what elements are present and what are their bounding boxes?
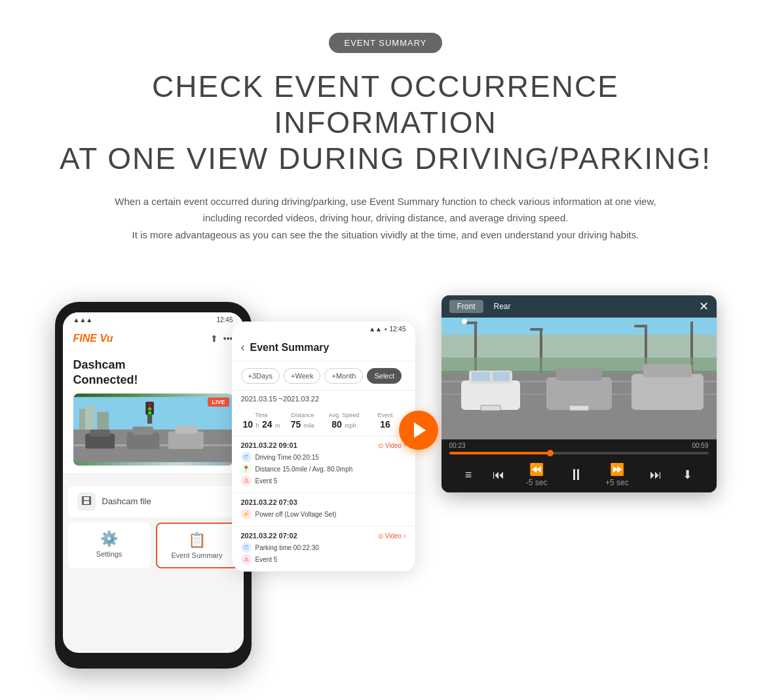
download-btn[interactable]: ⬇ <box>683 468 692 482</box>
filter-week-btn[interactable]: +Week <box>284 368 320 384</box>
stat-speed: Avg. Speed 80 mph <box>324 412 365 430</box>
svg-rect-3 <box>97 412 109 433</box>
video-link-3[interactable]: ⊙ Video › <box>378 532 406 540</box>
play-button[interactable] <box>399 411 438 450</box>
video-icon-3: ⊙ <box>378 532 383 540</box>
dashcam-file-label: Dashcam file <box>102 496 151 506</box>
subtitle: When a certain event occurred during dri… <box>58 193 713 244</box>
svg-rect-11 <box>175 426 197 434</box>
progress-times: 00:23 00:59 <box>449 442 709 449</box>
content-area: ▲▲▲ 12:45 FINE Vu ⬆ ••• DashcamConnected… <box>0 282 771 675</box>
pause-icon: ⏸ <box>569 466 584 484</box>
progress-track[interactable] <box>449 452 709 454</box>
video-controls: ≡ ⏮ ⏪ -5 sec ⏸ ⏩ +5 sec ⏭ ⬇ <box>442 457 717 492</box>
phone-screen: ▲▲▲ 12:45 FINE Vu ⬆ ••• DashcamConnected… <box>63 312 244 653</box>
film-icon: 🎞 <box>77 492 96 511</box>
video-progress-bar: 00:23 00:59 <box>442 439 717 457</box>
video-link-1[interactable]: ⊙ Video › <box>378 442 406 449</box>
stat-distance: Distance 75 mile <box>282 412 324 430</box>
filter-select-btn[interactable]: Select <box>367 368 402 384</box>
svg-rect-29 <box>530 328 543 331</box>
forward-label: +5 sec <box>605 478 629 487</box>
event-summary-label: Event Summary <box>171 551 222 559</box>
main-title: CHECK EVENT OCCURRENCE INFORMATION AT ON… <box>39 69 732 177</box>
power-off-icon: ⚡ <box>241 509 252 519</box>
svg-rect-10 <box>168 432 203 449</box>
event-detail-power-off: ⚡ Power off (Low Voltage Set) <box>241 509 406 519</box>
dashcam-title: DashcamConnected! <box>73 358 233 388</box>
svg-point-27 <box>462 319 467 324</box>
app-screen: ▲▲ ▪ 12:45 ‹ Event Summary +3Days +Week … <box>232 322 415 572</box>
tab-rear[interactable]: Rear <box>486 300 519 313</box>
play-triangle-icon <box>414 422 426 438</box>
pause-btn[interactable]: ⏸ <box>569 466 584 484</box>
event-detail-count-3: ⚠ Event 5 <box>241 554 406 564</box>
prev-btn[interactable]: ⏮ <box>493 468 504 482</box>
upload-icon: ⬆ <box>210 333 218 344</box>
dashcam-live-view: LIVE <box>73 394 233 466</box>
event-entry-2: 2021.03.22 07:03 ⚡ Power off (Low Voltag… <box>232 493 415 526</box>
distance-icon: 📍 <box>241 464 252 474</box>
phone-status-bar: ▲▲▲ 12:45 <box>63 312 244 327</box>
event-count-icon-1: ⚠ <box>241 475 252 486</box>
rewind-label: -5 sec <box>526 478 548 487</box>
current-time: 00:23 <box>449 442 466 449</box>
svg-rect-41 <box>643 364 692 377</box>
event-detail-driving-time: ⏱ Driving Time 00:20:15 <box>241 452 406 462</box>
settings-label: Settings <box>96 550 122 558</box>
dashcam-file-menu-item[interactable]: 🎞 Dashcam file <box>68 486 238 517</box>
forward-icon: ⏩ <box>610 462 624 477</box>
chevron-right-3: › <box>404 532 405 540</box>
filter-month-btn[interactable]: +Month <box>324 368 363 384</box>
menu-icon: ≡ <box>465 468 472 482</box>
filter-bar: +3Days +Week +Month Select <box>232 361 415 391</box>
phone-menu-grid: ⚙️ Settings 📋 Event Summary <box>68 523 238 568</box>
rewind-icon: ⏪ <box>529 462 544 477</box>
tab-front[interactable]: Front <box>449 300 483 313</box>
event-time-3: 2021.03.22 07:02 <box>241 532 297 540</box>
filter-3days-btn[interactable]: +3Days <box>241 368 280 384</box>
close-button[interactable]: ✕ <box>699 299 709 314</box>
svg-point-15 <box>147 407 151 411</box>
app-battery-icon: ▪ <box>385 325 387 333</box>
svg-point-14 <box>147 403 151 406</box>
video-player: Front Rear ✕ <box>442 295 717 492</box>
svg-rect-31 <box>634 325 647 327</box>
event-summary-icon: 📋 <box>188 532 206 549</box>
video-icon-1: ⊙ <box>378 442 383 449</box>
svg-rect-9 <box>132 426 153 435</box>
next-btn[interactable]: ⏭ <box>650 468 662 482</box>
video-top-bar: Front Rear ✕ <box>442 295 717 318</box>
back-arrow-icon[interactable]: ‹ <box>241 341 245 354</box>
footer-note: * You can use this function by connectin… <box>0 675 771 700</box>
settings-icon: ⚙️ <box>100 530 118 547</box>
app-title: Event Summary <box>250 342 329 354</box>
next-icon: ⏭ <box>650 468 662 482</box>
app-header: ‹ Event Summary <box>232 337 415 361</box>
event-detail-parking-time: ⏱ Parking time 00:22:30 <box>241 542 406 553</box>
event-count-icon-3: ⚠ <box>241 554 252 564</box>
phone-header-icons: ⬆ ••• <box>210 333 233 344</box>
stat-time: Time 10 h 24 m <box>241 412 282 430</box>
app-status-bar: ▲▲ ▪ 12:45 <box>232 322 415 337</box>
view-tabs: Front Rear <box>449 300 519 313</box>
phone-menu: 🎞 Dashcam file ⚙️ Settings 📋 Event Summa… <box>63 479 244 575</box>
svg-rect-40 <box>631 374 704 410</box>
menu-control-btn[interactable]: ≡ <box>465 468 472 482</box>
download-icon: ⬇ <box>683 468 692 482</box>
stats-row: Time 10 h 24 m Distance 75 mile <box>232 407 415 436</box>
date-range: 2021.03.15 ~2021.03.22 <box>232 391 415 407</box>
event-summary-menu-item[interactable]: 📋 Event Summary <box>156 523 238 568</box>
phone-mockup: ▲▲▲ 12:45 FINE Vu ⬆ ••• DashcamConnected… <box>55 302 252 669</box>
rewind-btn[interactable]: ⏪ -5 sec <box>526 462 548 487</box>
app-screen-wrapper: ▲▲ ▪ 12:45 ‹ Event Summary +3Days +Week … <box>252 289 415 572</box>
settings-menu-item[interactable]: ⚙️ Settings <box>68 523 151 568</box>
forward-btn[interactable]: ⏩ +5 sec <box>605 462 629 487</box>
finevu-logo: FINE Vu <box>73 333 113 344</box>
svg-point-16 <box>147 411 151 414</box>
progress-fill <box>449 452 550 454</box>
header-section: EVENT SUMMARY CHECK EVENT OCCURRENCE INF… <box>0 0 771 282</box>
svg-rect-39 <box>556 367 602 380</box>
clock-icon: ⏱ <box>241 452 252 462</box>
progress-dot <box>547 450 554 456</box>
